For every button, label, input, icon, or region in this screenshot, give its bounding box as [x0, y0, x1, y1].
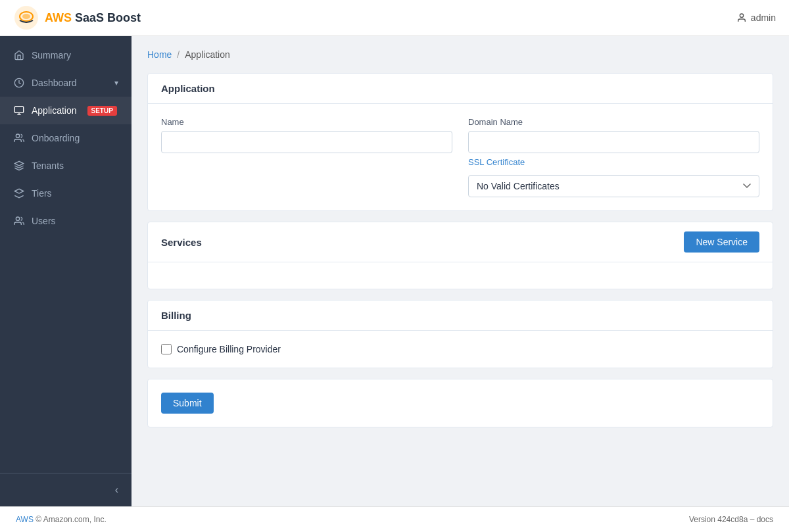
- app-header: AWS SaaS Boost admin: [0, 0, 789, 36]
- onboarding-icon: [13, 132, 25, 144]
- configure-billing-checkbox[interactable]: [161, 344, 172, 354]
- footer-aws-link[interactable]: AWS: [16, 515, 34, 524]
- tenants-icon: [13, 160, 25, 172]
- footer-version: Version 424cd8a – docs: [689, 515, 773, 524]
- sidebar-item-label: Users: [32, 216, 56, 226]
- sidebar-item-label: Onboarding: [32, 133, 80, 143]
- name-label: Name: [161, 117, 452, 127]
- svg-marker-10: [14, 189, 23, 193]
- submit-button[interactable]: Submit: [161, 393, 214, 414]
- sidebar: Summary Dashboard ▾ Appl: [0, 36, 132, 506]
- sidebar-item-dashboard[interactable]: Dashboard ▾: [0, 69, 132, 97]
- services-section-title: Services: [161, 237, 202, 248]
- domain-form-group: Domain Name SSL Certificate No Valid Cer…: [468, 117, 759, 197]
- sidebar-item-tenants[interactable]: Tenants: [0, 152, 132, 180]
- name-input[interactable]: [161, 131, 452, 153]
- dashboard-icon: [13, 77, 25, 89]
- tiers-icon: [13, 187, 25, 199]
- billing-section: Billing Configure Billing Provider: [147, 300, 773, 368]
- services-section: Services New Service: [147, 222, 773, 289]
- sidebar-item-label: Summary: [32, 50, 71, 60]
- users-icon: [13, 215, 25, 227]
- svg-marker-9: [14, 161, 23, 166]
- application-section-body: Name Domain Name SSL Certificate No Vali…: [148, 104, 773, 210]
- svg-point-3: [740, 14, 743, 17]
- user-icon: [736, 12, 747, 23]
- svg-point-8: [16, 134, 19, 137]
- new-service-button[interactable]: New Service: [684, 231, 759, 253]
- services-section-header: Services New Service: [148, 222, 773, 262]
- logo-icon: [13, 5, 39, 31]
- chevron-down-icon: ▾: [114, 78, 118, 87]
- collapse-sidebar-button[interactable]: ‹: [115, 484, 118, 496]
- domain-name-input[interactable]: [468, 131, 759, 153]
- billing-section-header: Billing: [148, 301, 773, 331]
- svg-point-2: [22, 14, 30, 19]
- services-empty-row: [148, 262, 773, 289]
- svg-rect-5: [14, 107, 23, 112]
- application-form-row: Name Domain Name SSL Certificate No Vali…: [161, 117, 759, 197]
- application-section-header: Application: [148, 74, 773, 104]
- breadcrumb-separator: /: [177, 49, 179, 60]
- app-footer: AWS © Amazon.com, Inc. Version 424cd8a –…: [0, 506, 789, 532]
- sidebar-item-label: Tiers: [32, 188, 52, 199]
- setup-badge: SETUP: [87, 106, 117, 116]
- content-area: Home / Application Application Name: [132, 36, 789, 506]
- breadcrumb-current: Application: [185, 49, 230, 60]
- footer-copyright: AWS © Amazon.com, Inc.: [16, 515, 107, 524]
- sidebar-item-application[interactable]: Application SETUP: [0, 97, 132, 124]
- sidebar-item-label: Application: [32, 105, 77, 116]
- logo: AWS SaaS Boost: [13, 5, 141, 31]
- sidebar-item-label: Tenants: [32, 160, 64, 171]
- application-section: Application Name Domain Name SSL Certifi…: [147, 73, 773, 211]
- ssl-certificate-select[interactable]: No Valid Certificates: [468, 175, 759, 197]
- name-form-group: Name: [161, 117, 452, 197]
- configure-billing-label[interactable]: Configure Billing Provider: [177, 344, 281, 354]
- billing-configure-row: Configure Billing Provider: [161, 344, 759, 354]
- billing-section-body: Configure Billing Provider: [148, 331, 773, 368]
- home-icon: [13, 49, 25, 61]
- sidebar-item-users[interactable]: Users: [0, 207, 132, 235]
- breadcrumb-home-link[interactable]: Home: [147, 49, 172, 60]
- user-label: admin: [751, 12, 776, 23]
- sidebar-item-summary[interactable]: Summary: [0, 41, 132, 69]
- ssl-certificate-link[interactable]: SSL Certificate: [468, 157, 759, 167]
- breadcrumb: Home / Application: [147, 49, 773, 60]
- svg-point-11: [16, 217, 19, 220]
- footer-copyright-text: © Amazon.com, Inc.: [36, 515, 107, 524]
- sidebar-item-tiers[interactable]: Tiers: [0, 180, 132, 207]
- sidebar-item-label: Dashboard: [32, 78, 77, 88]
- submit-section: Submit: [147, 379, 773, 427]
- domain-name-label: Domain Name: [468, 117, 759, 127]
- user-menu[interactable]: admin: [736, 12, 776, 23]
- sidebar-item-onboarding[interactable]: Onboarding: [0, 124, 132, 152]
- logo-text: AWS SaaS Boost: [45, 11, 141, 25]
- application-section-title: Application: [161, 83, 215, 94]
- sidebar-footer: ‹: [0, 473, 132, 506]
- app-icon: [13, 105, 25, 116]
- billing-section-title: Billing: [161, 310, 191, 321]
